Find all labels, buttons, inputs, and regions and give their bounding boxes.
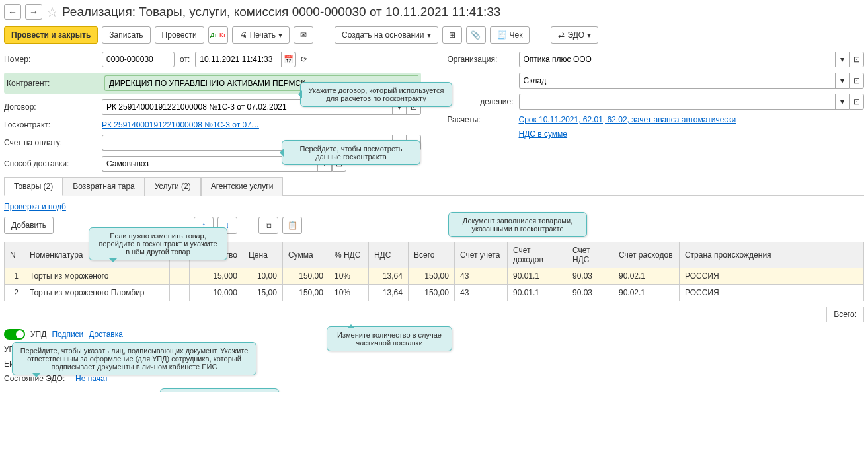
callout-change-qty: Измените количество в случае частичной п… [327,326,452,351]
table-row[interactable]: 1Торты из мороженого15,00010,00150,0010%… [5,268,864,285]
chek-button[interactable]: 🧾 Чек [490,26,530,44]
callout-contract: Укажите договор, который используется дл… [300,82,452,107]
callout-delivery: Перейдите, чтобы описать доставку товаро… [160,388,279,392]
paste-button[interactable]: 📋 [282,217,302,234]
warehouse-input[interactable] [519,73,836,89]
callout-change-goods: Если нужно изменить товар, перейдите в г… [89,227,227,260]
refresh-icon[interactable]: ⟳ [301,55,307,64]
nav-forward-button[interactable]: → [25,4,42,20]
col-price[interactable]: Цена [243,242,282,268]
table-row[interactable]: 2Торты из мороженого Пломбир10,00015,001… [5,285,864,301]
email-button[interactable]: ✉ [294,26,313,44]
copy-button[interactable]: ⧉ [258,217,278,234]
col-total[interactable]: Всего [408,242,454,268]
dropdown-icon[interactable]: ▾ [835,94,849,110]
delivery-label: Способ доставки: [4,159,97,168]
total-label: Всего: [826,307,864,322]
chevron-down-icon: ▾ [427,30,431,40]
col-inc[interactable]: Счет доходов [507,242,567,268]
check-link[interactable]: Проверка и подб [4,202,66,211]
dtkt-button[interactable]: ДтКт [208,26,228,44]
tab-goods[interactable]: Товары (2) [4,177,63,196]
printer-icon: 🖨 [239,30,247,40]
col-sum[interactable]: Сумма [282,242,329,268]
save-button[interactable]: Записать [102,26,150,44]
col-vatp[interactable]: % НДС [329,242,368,268]
favorite-star-icon[interactable]: ☆ [46,4,58,20]
division-label: деление: [448,97,514,106]
chevron-down-icon: ▾ [278,30,282,40]
dropdown-icon[interactable]: ▾ [835,52,849,67]
callout-doc-filled: Документ заполнился товарами, указанными… [448,212,587,237]
tab-services[interactable]: Услуги (2) [145,177,201,196]
contract-label: Договор: [4,102,97,112]
date-input[interactable] [195,52,281,67]
nds-link[interactable]: НДС в сумме [519,129,568,139]
open-icon[interactable]: ⊡ [849,52,864,67]
goskontrakt-label: Госконтракт: [4,120,97,129]
division-input[interactable] [519,94,836,110]
invoice-label: Счет на оплату: [4,138,97,147]
dostavka-link[interactable]: Доставка [89,330,123,339]
number-input[interactable] [102,52,175,67]
post-button[interactable]: Провести [155,26,204,44]
callout-signers: Перейдите, чтобы указать лиц, подписываю… [12,342,256,375]
page-title: Реализация: Товары, услуги, комиссия 000… [62,5,500,19]
goskontrakt-link[interactable]: РК 25914000191221000008 №1С-3 от 07… [102,120,259,129]
chevron-down-icon: ▾ [587,30,591,40]
org-label: Организация: [448,55,514,64]
callout-goskontrakt: Перейдите, чтобы посмотреть данные госко… [282,140,420,165]
print-button[interactable]: 🖨 Печать ▾ [232,26,290,44]
col-vat[interactable]: НДС [368,242,408,268]
contragent-label: Контрагент: [7,79,99,88]
edo-state-link[interactable]: Не начат [75,374,108,383]
upd-label: УПД [30,330,46,339]
upd-toggle[interactable] [4,329,25,340]
structure-button[interactable]: ⊞ [442,26,462,44]
col-n[interactable]: N [5,242,24,268]
add-button[interactable]: Добавить [4,217,54,234]
payments-link[interactable]: Срок 10.11.2021, 62.01, 62.02, зачет ава… [519,115,736,124]
payments-label: Расчеты: [448,115,514,124]
open-icon[interactable]: ⊡ [849,94,864,110]
col-acc[interactable]: Счет учета [454,242,507,268]
podpisi-link[interactable]: Подписи [52,330,83,339]
number-label: Номер: [4,55,97,64]
org-input[interactable] [519,52,836,67]
nav-back-button[interactable]: ← [4,4,21,20]
dropdown-icon[interactable]: ▾ [835,73,849,89]
edo-button[interactable]: ⇄ ЭДО ▾ [551,26,598,44]
post-and-close-button[interactable]: Провести и закрыть [4,26,98,44]
col-exp[interactable]: Счет расходов [613,242,679,268]
col-country[interactable]: Страна происхождения [679,242,863,268]
calendar-icon[interactable]: 📅 [281,52,296,67]
tab-tara[interactable]: Возвратная тара [63,177,145,196]
open-icon[interactable]: ⊡ [849,73,864,89]
create-based-button[interactable]: Создать на основании ▾ [335,26,438,44]
col-vatacc[interactable]: Счет НДС [567,242,613,268]
tab-agent[interactable]: Агентские услуги [201,177,284,196]
attachment-button[interactable]: 📎 [466,26,486,44]
date-label: от: [180,55,190,64]
